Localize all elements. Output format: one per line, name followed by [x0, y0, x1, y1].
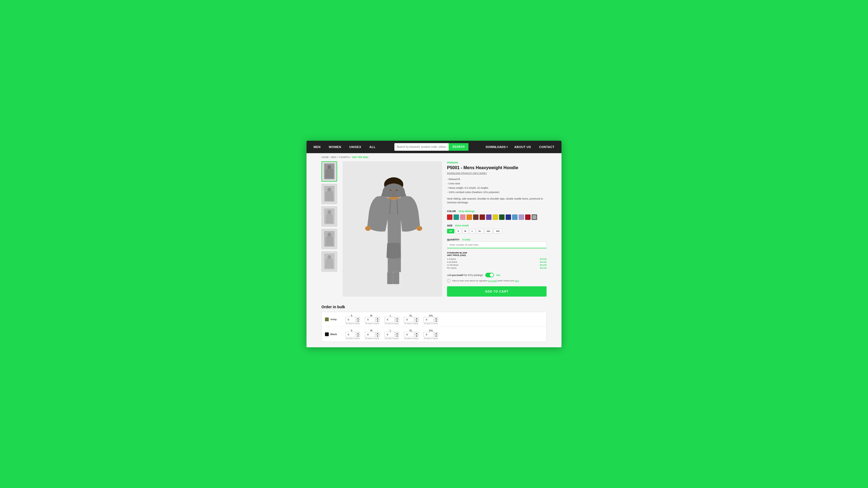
- product-description: Neck ribbing, side seamed, shoulder to s…: [447, 197, 547, 205]
- thumbnail-4[interactable]: [321, 229, 337, 249]
- size-xl[interactable]: XL: [476, 229, 484, 233]
- black-color-dot: [325, 332, 329, 336]
- army-size-s: S ▲ ▼ 25 sizes in stock: [345, 314, 360, 325]
- svg-point-15: [365, 226, 371, 231]
- quantity-input[interactable]: [447, 241, 547, 248]
- army-s-input[interactable]: [345, 317, 355, 322]
- color-swatch-red[interactable]: [447, 215, 453, 220]
- quantity-value: 0 Units: [462, 238, 470, 241]
- pretreat-value: Yes: [496, 274, 500, 276]
- color-swatch-teal[interactable]: [454, 215, 459, 220]
- breadcrumb-tshirts[interactable]: T-SHIRTS: [339, 156, 350, 159]
- color-swatch-lightblue[interactable]: [512, 215, 518, 220]
- army-2xl-input[interactable]: [424, 317, 434, 322]
- add-to-cart-button[interactable]: ADD TO CART: [447, 286, 547, 297]
- info-icon: i: [447, 279, 451, 283]
- color-swatch-orange[interactable]: [467, 215, 472, 220]
- breadcrumb-home[interactable]: HOME: [321, 156, 329, 159]
- black-s-up[interactable]: ▲: [356, 332, 360, 334]
- black-l-input[interactable]: [384, 332, 395, 337]
- pricing-row-1: 1-3 items $15.00: [447, 258, 547, 261]
- color-swatch-purple[interactable]: [486, 215, 492, 220]
- black-l-down[interactable]: ▼: [395, 334, 399, 337]
- size-2xl[interactable]: 2XL: [485, 229, 493, 233]
- army-2xl-down[interactable]: ▼: [434, 320, 438, 322]
- army-xl-up[interactable]: ▲: [415, 317, 418, 320]
- black-m-down[interactable]: ▼: [376, 334, 379, 337]
- color-swatch-grey[interactable]: [532, 215, 537, 220]
- army-2xl-up[interactable]: ▲: [434, 317, 438, 320]
- nav-contact[interactable]: CONTACT: [538, 144, 556, 150]
- army-l-down[interactable]: ▼: [395, 320, 399, 322]
- download-info-link[interactable]: DOWNLOAD PRODUCT INFO SHEET: [447, 172, 547, 174]
- black-m-input[interactable]: [365, 332, 375, 337]
- size-3xl[interactable]: 3XL: [494, 229, 502, 233]
- here-link[interactable]: here: [515, 280, 519, 282]
- bulk-row-black: Black S ▲ ▼ 25 sizes in stock: [322, 327, 546, 341]
- army-l-input[interactable]: [384, 317, 395, 322]
- color-swatch-crimson[interactable]: [525, 215, 531, 220]
- breadcrumb: HOME › MEN › T-SHIRTS › YEO TEE 5001: [307, 153, 561, 161]
- thumb-image-3: [324, 208, 335, 224]
- nav-women[interactable]: WOMEN: [327, 144, 343, 150]
- pricing-title: STANDARD BLANK UNIT PRICE (USD): [447, 252, 547, 257]
- army-xl-down[interactable]: ▼: [415, 320, 418, 322]
- quantity-label: QUANTITY: [447, 238, 460, 241]
- downloads-dropdown[interactable]: DOWNLOADS ▾: [486, 145, 508, 149]
- chevron-down-icon: ▾: [506, 145, 508, 148]
- pretreat-label: Add pre.treat® for DTG printing?: [447, 274, 483, 276]
- color-swatch-green[interactable]: [499, 215, 504, 220]
- size-l[interactable]: L: [469, 229, 475, 233]
- black-xl-up[interactable]: ▲: [415, 332, 418, 334]
- army-size-m: M ▲ ▼ 25 sizes in stock: [365, 314, 379, 325]
- army-m-down[interactable]: ▼: [376, 320, 379, 322]
- black-2xl-up[interactable]: ▲: [434, 332, 438, 334]
- nav-men[interactable]: MEN: [312, 144, 322, 150]
- army-l-up[interactable]: ▲: [395, 317, 399, 320]
- black-size-2xl: 2XL ▲ ▼ 25 sizes in stock: [424, 329, 438, 339]
- black-xl-down[interactable]: ▼: [415, 334, 418, 337]
- color-swatch-lavender[interactable]: [519, 215, 524, 220]
- nav-about-us[interactable]: ABOUT US: [513, 144, 532, 150]
- black-m-up[interactable]: ▲: [376, 332, 379, 334]
- nav-unisex[interactable]: UNISEX: [348, 144, 363, 150]
- army-s-up[interactable]: ▲: [356, 317, 360, 320]
- black-m-stock: 25 sizes in stock: [365, 337, 379, 339]
- black-2xl-input[interactable]: [424, 332, 434, 337]
- size-s[interactable]: S: [456, 229, 461, 233]
- thumbnail-5[interactable]: [321, 251, 337, 272]
- black-s-down[interactable]: ▼: [356, 334, 360, 337]
- pretreat-toggle[interactable]: [485, 273, 494, 278]
- size-xs[interactable]: XS: [447, 229, 454, 233]
- bulk-order-title: Order in bulk: [321, 305, 547, 309]
- color-swatch-dark-maroon[interactable]: [479, 215, 485, 220]
- pretreat-link[interactable]: pre.treat®: [488, 280, 497, 282]
- thumbnail-3[interactable]: [321, 206, 337, 227]
- breadcrumb-men[interactable]: MEN: [331, 156, 336, 159]
- black-xl-input[interactable]: [404, 332, 414, 337]
- black-s-input[interactable]: [345, 332, 355, 337]
- color-swatch-pink[interactable]: [460, 215, 465, 220]
- army-m-input[interactable]: [365, 317, 375, 322]
- army-xl-input[interactable]: [404, 317, 414, 322]
- thumbnail-2[interactable]: [321, 184, 337, 204]
- search-button[interactable]: SEARCH: [448, 143, 468, 151]
- color-swatch-yellow[interactable]: [493, 215, 498, 220]
- thumb-image-2: [324, 186, 335, 202]
- svg-point-16: [416, 226, 422, 231]
- color-swatch-navy[interactable]: [506, 215, 511, 220]
- search-input[interactable]: [394, 143, 448, 151]
- quantity-section: QUANTITY 0 Units: [447, 237, 547, 248]
- thumbnail-1[interactable]: [321, 161, 337, 182]
- thumb-image-4: [324, 231, 335, 247]
- nav-all[interactable]: ALL: [368, 144, 377, 150]
- color-swatch-brown[interactable]: [473, 215, 478, 220]
- army-color-dot: [325, 318, 329, 321]
- black-2xl-down[interactable]: ▼: [434, 334, 438, 337]
- army-s-down[interactable]: ▼: [356, 320, 360, 322]
- color-swatches: [447, 215, 547, 220]
- svg-rect-20: [419, 226, 420, 227]
- size-m[interactable]: M: [462, 229, 468, 233]
- army-m-up[interactable]: ▲: [376, 317, 379, 320]
- black-l-up[interactable]: ▲: [395, 332, 399, 334]
